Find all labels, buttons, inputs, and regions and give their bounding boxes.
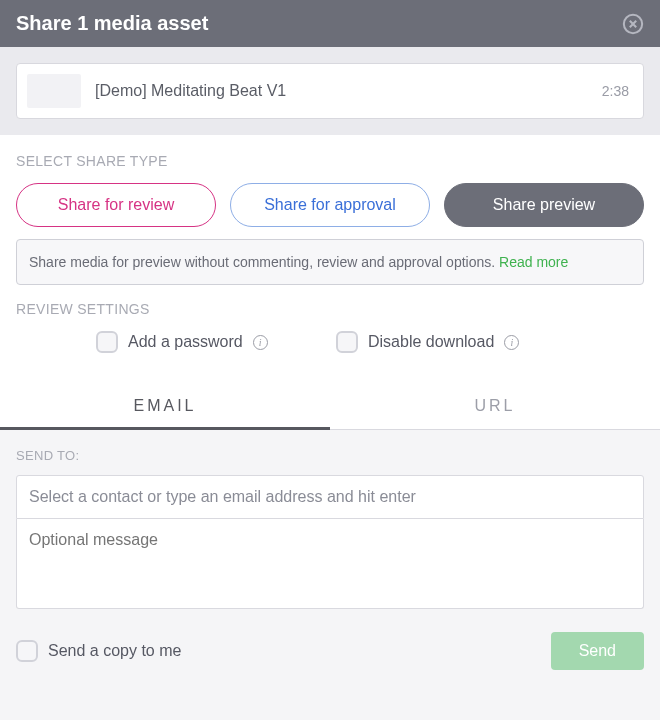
media-thumbnail xyxy=(27,74,81,108)
delivery-tabs: EMAIL URL xyxy=(0,379,660,430)
modal-footer: Send a copy to me Send xyxy=(0,628,660,686)
send-copy-checkbox[interactable] xyxy=(16,640,38,662)
share-type-section: SELECT SHARE TYPE Share for review Share… xyxy=(0,135,660,379)
contact-input[interactable]: Select a contact or type an email addres… xyxy=(16,475,644,519)
share-preview-button[interactable]: Share preview xyxy=(444,183,644,227)
close-icon[interactable] xyxy=(622,13,644,35)
share-for-review-button[interactable]: Share for review xyxy=(16,183,216,227)
share-type-label: SELECT SHARE TYPE xyxy=(16,153,644,169)
email-section: SEND TO: Select a contact or type an ema… xyxy=(0,430,660,628)
add-password-label: Add a password xyxy=(128,333,243,351)
send-copy-label: Send a copy to me xyxy=(48,642,181,660)
media-row[interactable]: [Demo] Meditating Beat V1 2:38 xyxy=(16,63,644,119)
share-type-info-text: Share media for preview without commenti… xyxy=(29,254,499,270)
tab-url[interactable]: URL xyxy=(330,379,660,430)
media-asset-list: [Demo] Meditating Beat V1 2:38 xyxy=(0,47,660,135)
info-icon[interactable]: i xyxy=(504,335,519,350)
send-to-label: SEND TO: xyxy=(16,448,644,463)
share-modal: Share 1 media asset [Demo] Meditating Be… xyxy=(0,0,660,686)
modal-title: Share 1 media asset xyxy=(16,12,208,35)
review-settings-label: REVIEW SETTINGS xyxy=(16,301,644,317)
send-copy-option: Send a copy to me xyxy=(16,640,181,662)
media-title: [Demo] Meditating Beat V1 xyxy=(95,82,588,100)
send-button[interactable]: Send xyxy=(551,632,644,670)
add-password-option: Add a password i xyxy=(96,331,296,353)
review-settings-row: Add a password i Disable download i xyxy=(16,331,644,379)
share-type-options: Share for review Share for approval Shar… xyxy=(16,183,644,227)
modal-header: Share 1 media asset xyxy=(0,0,660,47)
read-more-link[interactable]: Read more xyxy=(499,254,568,270)
share-for-approval-button[interactable]: Share for approval xyxy=(230,183,430,227)
share-type-info: Share media for preview without commenti… xyxy=(16,239,644,285)
disable-download-label: Disable download xyxy=(368,333,494,351)
tab-email[interactable]: EMAIL xyxy=(0,379,330,430)
message-input[interactable] xyxy=(16,519,644,609)
media-duration: 2:38 xyxy=(602,83,633,99)
disable-download-checkbox[interactable] xyxy=(336,331,358,353)
add-password-checkbox[interactable] xyxy=(96,331,118,353)
disable-download-option: Disable download i xyxy=(336,331,536,353)
info-icon[interactable]: i xyxy=(253,335,268,350)
